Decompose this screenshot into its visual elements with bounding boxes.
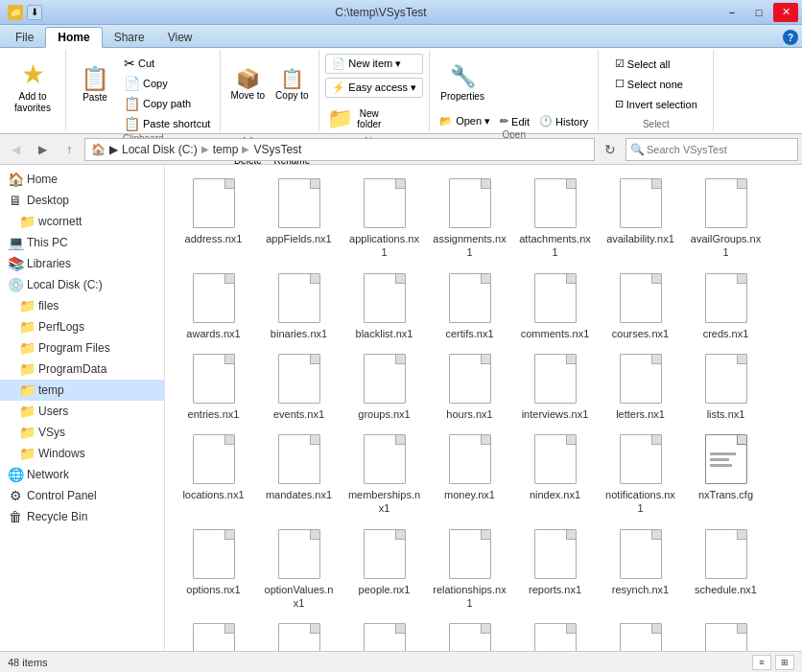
list-item[interactable]: applications.nx1 (343, 173, 425, 264)
close-button[interactable]: ✕ (773, 3, 798, 22)
open-button[interactable]: 📂 Open ▾ (436, 113, 494, 129)
list-item[interactable]: binaries.nx1 (258, 267, 340, 344)
list-item[interactable]: notifications.nx1 (600, 429, 681, 520)
tab-file[interactable]: File (4, 28, 45, 47)
forward-button[interactable]: ▶ (31, 138, 54, 161)
new-folder-button[interactable]: 📁 New folder (325, 102, 383, 136)
list-item[interactable]: entries.nx1 (173, 348, 254, 425)
list-item[interactable]: certifs.nx1 (429, 267, 510, 344)
sidebar-item-thispc[interactable]: 💻 This PC (0, 232, 164, 253)
refresh-button[interactable]: ↻ (599, 138, 622, 161)
list-item[interactable]: resynch.nx1 (600, 523, 681, 614)
sidebar-item-perflogs[interactable]: 📁 PerfLogs (0, 316, 164, 337)
invert-selection-button[interactable]: ⊡ Invert selection (611, 96, 701, 112)
list-item[interactable]: appFields.nx1 (258, 173, 340, 264)
list-item[interactable]: trace.nx1 (429, 617, 510, 651)
sidebar-item-home[interactable]: 🏠 Home (0, 169, 164, 190)
thispc-icon: 💻 (8, 235, 23, 250)
list-item[interactable]: locations.nx1 (173, 429, 254, 520)
list-item[interactable]: slots.nx1 (173, 617, 254, 651)
list-item[interactable]: memberships.nx1 (343, 429, 425, 520)
sidebar-item-wcornett[interactable]: 📁 wcornett (0, 211, 164, 232)
list-item[interactable]: courses.nx1 (600, 267, 681, 344)
sidebar-item-recyclebin[interactable]: 🗑 Recycle Bin (0, 506, 164, 527)
list-item[interactable]: transitions. (600, 617, 681, 651)
list-item[interactable]: tags.nx1 (343, 617, 425, 651)
sidebar-item-users[interactable]: 📁 Users (0, 401, 164, 422)
search-input[interactable] (647, 144, 793, 155)
list-item[interactable]: schedule.nx1 (685, 523, 767, 614)
history-button[interactable]: 🕐 History (535, 113, 592, 129)
list-item[interactable]: hours.nx1 (429, 348, 510, 425)
path-current[interactable]: VSysTest (253, 143, 301, 156)
copy-button[interactable]: 📄 Copy (120, 74, 214, 93)
view-icons-button[interactable]: ⊞ (775, 655, 794, 670)
list-item[interactable]: training.nx1 (514, 617, 596, 651)
list-item[interactable]: voxicache.n (685, 617, 767, 651)
list-item[interactable]: people.nx1 (343, 523, 425, 614)
sidebar-item-localdisk[interactable]: 💿 Local Disk (C:) (0, 274, 164, 295)
sidebar-item-network[interactable]: 🌐 Network (0, 464, 164, 485)
select-all-button[interactable]: ☑ Select all (611, 56, 674, 72)
properties-button[interactable]: 🔧 Properties (436, 54, 489, 111)
sidebar-item-vsys[interactable]: 📁 VSys (0, 422, 164, 443)
quick-access-btn[interactable]: ⬇ (27, 5, 42, 20)
paste-shortcut-button[interactable]: 📋 Paste shortcut (120, 114, 214, 133)
minimize-button[interactable]: − (719, 3, 744, 22)
sidebar-item-windows[interactable]: 📁 Windows (0, 443, 164, 464)
list-item[interactable]: relationships.nx1 (429, 523, 510, 614)
move-to-button[interactable]: 📦 Move to (226, 54, 269, 115)
list-item[interactable]: nxTrans.cfg (685, 429, 767, 520)
list-item[interactable]: mandates.nx1 (258, 429, 340, 520)
search-box[interactable]: 🔍 (625, 138, 798, 161)
sidebar-item-desktop[interactable]: 🖥 Desktop (0, 190, 164, 211)
path-root[interactable]: ▶ (109, 143, 118, 156)
path-drive[interactable]: Local Disk (C:) (122, 143, 198, 156)
copy-to-button[interactable]: 📋 Copy to (271, 54, 313, 115)
list-item[interactable]: nindex.nx1 (514, 429, 596, 520)
sidebar-item-libraries[interactable]: 📚 Libraries (0, 253, 164, 274)
sidebar-item-programdata[interactable]: 📁 ProgramData (0, 359, 164, 380)
tab-share[interactable]: Share (103, 28, 156, 47)
tab-view[interactable]: View (156, 28, 204, 47)
back-button[interactable]: ◀ (4, 138, 27, 161)
list-item[interactable]: interviews.nx1 (514, 348, 596, 425)
paste-button[interactable]: 📋 Paste (72, 54, 118, 115)
list-item[interactable]: availGroups.nx1 (685, 173, 767, 264)
tab-home[interactable]: Home (45, 27, 102, 48)
sidebar-item-files[interactable]: 📁 files (0, 295, 164, 316)
address-path[interactable]: 🏠 ▶ Local Disk (C:) ▶ temp ▶ VSysTest (84, 138, 595, 161)
list-item[interactable]: creds.nx1 (685, 267, 767, 344)
easy-access-button[interactable]: ⚡ Easy access ▾ (325, 78, 423, 98)
sidebar-item-controlpanel[interactable]: ⚙ Control Panel (0, 485, 164, 506)
list-item[interactable]: availability.nx1 (600, 173, 681, 264)
list-item[interactable]: surveys.nx1 (258, 617, 340, 651)
cut-button[interactable]: ✂ Cut (120, 54, 214, 73)
list-item[interactable]: address.nx1 (173, 173, 254, 264)
list-item[interactable]: awards.nx1 (173, 267, 254, 344)
sidebar-item-programfiles[interactable]: 📁 Program Files (0, 337, 164, 359)
list-item[interactable]: comments.nx1 (514, 267, 596, 344)
maximize-button[interactable]: □ (746, 3, 771, 22)
new-item-button[interactable]: 📄 New item ▾ (325, 54, 423, 74)
view-details-button[interactable]: ≡ (752, 655, 771, 670)
list-item[interactable]: blacklist.nx1 (343, 267, 425, 344)
list-item[interactable]: assignments.nx1 (429, 173, 510, 264)
sidebar-item-temp[interactable]: 📁 temp (0, 380, 164, 401)
list-item[interactable]: options.nx1 (173, 523, 254, 614)
add-to-favorites-button[interactable]: ★ Add to favorites (6, 54, 59, 121)
list-item[interactable]: reports.nx1 (514, 523, 596, 614)
list-item[interactable]: attachments.nx1 (514, 173, 596, 264)
copy-path-button[interactable]: 📋 Copy path (120, 94, 214, 113)
list-item[interactable]: money.nx1 (429, 429, 510, 520)
path-temp[interactable]: temp (213, 143, 239, 156)
edit-button[interactable]: ✏ Edit (496, 113, 533, 129)
list-item[interactable]: events.nx1 (258, 348, 340, 425)
list-item[interactable]: letters.nx1 (600, 348, 681, 425)
list-item[interactable]: groups.nx1 (343, 348, 425, 425)
select-none-button[interactable]: ☐ Select none (611, 76, 687, 92)
help-button[interactable]: ? (783, 30, 798, 45)
up-button[interactable]: ↑ (58, 138, 81, 161)
list-item[interactable]: lists.nx1 (685, 348, 767, 425)
list-item[interactable]: optionValues.nx1 (258, 523, 340, 614)
